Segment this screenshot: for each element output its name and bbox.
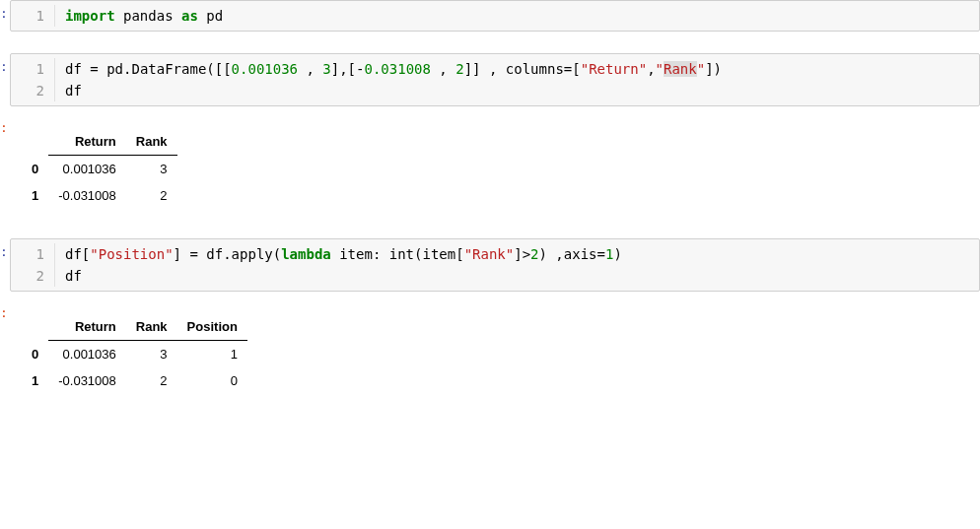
column-header: Position — [177, 313, 247, 341]
cell: -0.031008 — [48, 367, 126, 394]
cell: 2 — [126, 182, 177, 209]
output-cell-1: : ReturnRank00.00103631-0.0310082 — [0, 114, 980, 217]
cell: 0.001036 — [48, 341, 126, 368]
code-cell-3: : 12 df["Position"] = df.apply(lambda it… — [0, 238, 980, 292]
cell: 3 — [126, 156, 177, 183]
out-prompt: : — [0, 114, 10, 217]
dataframe-table: ReturnRankPosition00.001036311-0.0310082… — [22, 313, 247, 394]
table-row: 1-0.03100820 — [22, 367, 247, 394]
code-text[interactable]: df["Position"] = df.apply(lambda item: i… — [55, 243, 979, 287]
line-gutter: 12 — [11, 58, 55, 101]
output-area: ReturnRank00.00103631-0.0310082 — [10, 114, 980, 217]
code-text[interactable]: import pandas as pd — [55, 5, 979, 27]
code-input[interactable]: 12 df["Position"] = df.apply(lambda item… — [10, 238, 980, 292]
out-prompt: : — [0, 299, 10, 402]
cell: -0.031008 — [48, 182, 126, 209]
row-index: 0 — [22, 156, 48, 183]
in-prompt: : — [0, 238, 10, 292]
in-prompt: : — [0, 53, 10, 106]
column-header: Rank — [126, 128, 177, 156]
table-row: 00.00103631 — [22, 341, 247, 368]
code-cell-2: : 12 df = pd.DataFrame([[0.001036 , 3],[… — [0, 53, 980, 106]
output-area: ReturnRankPosition00.001036311-0.0310082… — [10, 299, 980, 402]
code-text[interactable]: df = pd.DataFrame([[0.001036 , 3],[-0.03… — [55, 58, 979, 101]
in-prompt: : — [0, 0, 10, 32]
output-cell-2: : ReturnRankPosition00.001036311-0.03100… — [0, 299, 980, 402]
cell: 0 — [177, 367, 247, 394]
cell: 3 — [126, 341, 177, 368]
row-index: 1 — [22, 182, 48, 209]
code-input[interactable]: 1 import pandas as pd — [10, 0, 980, 32]
cell: 1 — [177, 341, 247, 368]
code-cell-1: : 1 import pandas as pd — [0, 0, 980, 32]
table-row: 00.0010363 — [22, 156, 177, 183]
cell: 2 — [126, 367, 177, 394]
column-header: Return — [48, 128, 126, 156]
code-input[interactable]: 12 df = pd.DataFrame([[0.001036 , 3],[-0… — [10, 53, 980, 106]
dataframe-table: ReturnRank00.00103631-0.0310082 — [22, 128, 177, 209]
line-gutter: 12 — [11, 243, 55, 287]
line-gutter: 1 — [11, 5, 55, 27]
column-header: Rank — [126, 313, 177, 341]
column-header: Return — [48, 313, 126, 341]
table-row: 1-0.0310082 — [22, 182, 177, 209]
row-index: 0 — [22, 341, 48, 368]
row-index: 1 — [22, 367, 48, 394]
cell: 0.001036 — [48, 156, 126, 183]
